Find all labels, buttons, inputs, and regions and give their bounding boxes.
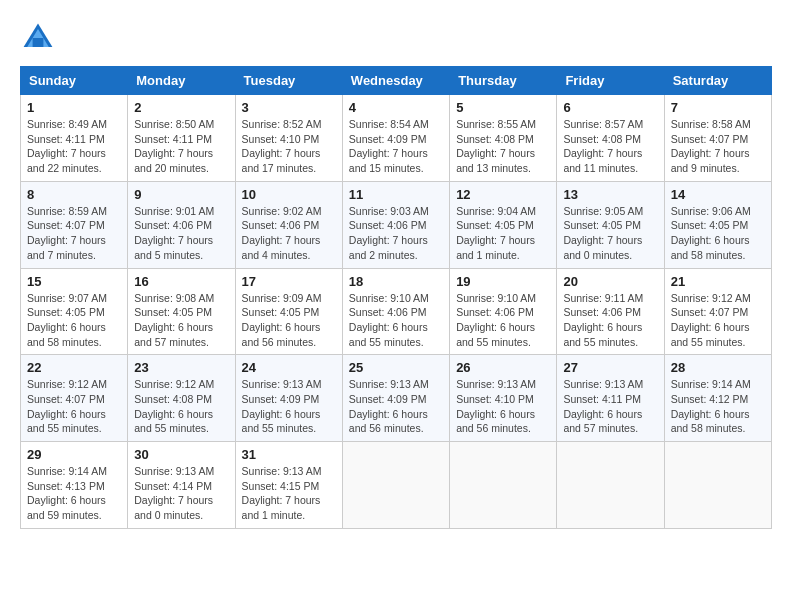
day-number: 9 bbox=[134, 187, 228, 202]
day-info: Sunrise: 8:59 AM Sunset: 4:07 PM Dayligh… bbox=[27, 204, 121, 263]
day-number: 12 bbox=[456, 187, 550, 202]
day-info: Sunrise: 9:07 AM Sunset: 4:05 PM Dayligh… bbox=[27, 291, 121, 350]
day-info: Sunrise: 8:55 AM Sunset: 4:08 PM Dayligh… bbox=[456, 117, 550, 176]
calendar-cell: 20Sunrise: 9:11 AM Sunset: 4:06 PM Dayli… bbox=[557, 268, 664, 355]
calendar-cell: 12Sunrise: 9:04 AM Sunset: 4:05 PM Dayli… bbox=[450, 181, 557, 268]
day-info: Sunrise: 9:13 AM Sunset: 4:09 PM Dayligh… bbox=[349, 377, 443, 436]
day-info: Sunrise: 8:52 AM Sunset: 4:10 PM Dayligh… bbox=[242, 117, 336, 176]
day-number: 21 bbox=[671, 274, 765, 289]
calendar-cell: 10Sunrise: 9:02 AM Sunset: 4:06 PM Dayli… bbox=[235, 181, 342, 268]
calendar-cell: 18Sunrise: 9:10 AM Sunset: 4:06 PM Dayli… bbox=[342, 268, 449, 355]
calendar-cell bbox=[450, 442, 557, 529]
calendar-cell: 9Sunrise: 9:01 AM Sunset: 4:06 PM Daylig… bbox=[128, 181, 235, 268]
calendar-cell: 5Sunrise: 8:55 AM Sunset: 4:08 PM Daylig… bbox=[450, 95, 557, 182]
day-number: 6 bbox=[563, 100, 657, 115]
calendar-cell: 7Sunrise: 8:58 AM Sunset: 4:07 PM Daylig… bbox=[664, 95, 771, 182]
day-number: 5 bbox=[456, 100, 550, 115]
day-info: Sunrise: 9:13 AM Sunset: 4:09 PM Dayligh… bbox=[242, 377, 336, 436]
calendar-cell: 6Sunrise: 8:57 AM Sunset: 4:08 PM Daylig… bbox=[557, 95, 664, 182]
svg-rect-2 bbox=[33, 38, 44, 47]
day-info: Sunrise: 8:49 AM Sunset: 4:11 PM Dayligh… bbox=[27, 117, 121, 176]
day-number: 23 bbox=[134, 360, 228, 375]
calendar-cell: 13Sunrise: 9:05 AM Sunset: 4:05 PM Dayli… bbox=[557, 181, 664, 268]
calendar-cell: 14Sunrise: 9:06 AM Sunset: 4:05 PM Dayli… bbox=[664, 181, 771, 268]
weekday-header-tuesday: Tuesday bbox=[235, 67, 342, 95]
logo bbox=[20, 20, 62, 56]
calendar-week-row: 8Sunrise: 8:59 AM Sunset: 4:07 PM Daylig… bbox=[21, 181, 772, 268]
day-number: 25 bbox=[349, 360, 443, 375]
calendar-header-row: SundayMondayTuesdayWednesdayThursdayFrid… bbox=[21, 67, 772, 95]
calendar-week-row: 22Sunrise: 9:12 AM Sunset: 4:07 PM Dayli… bbox=[21, 355, 772, 442]
day-info: Sunrise: 9:01 AM Sunset: 4:06 PM Dayligh… bbox=[134, 204, 228, 263]
calendar-cell: 8Sunrise: 8:59 AM Sunset: 4:07 PM Daylig… bbox=[21, 181, 128, 268]
calendar-cell: 21Sunrise: 9:12 AM Sunset: 4:07 PM Dayli… bbox=[664, 268, 771, 355]
day-info: Sunrise: 9:12 AM Sunset: 4:08 PM Dayligh… bbox=[134, 377, 228, 436]
calendar-cell: 16Sunrise: 9:08 AM Sunset: 4:05 PM Dayli… bbox=[128, 268, 235, 355]
day-info: Sunrise: 9:14 AM Sunset: 4:12 PM Dayligh… bbox=[671, 377, 765, 436]
calendar-cell: 2Sunrise: 8:50 AM Sunset: 4:11 PM Daylig… bbox=[128, 95, 235, 182]
day-info: Sunrise: 9:04 AM Sunset: 4:05 PM Dayligh… bbox=[456, 204, 550, 263]
logo-icon bbox=[20, 20, 56, 56]
calendar-cell: 11Sunrise: 9:03 AM Sunset: 4:06 PM Dayli… bbox=[342, 181, 449, 268]
calendar-cell: 28Sunrise: 9:14 AM Sunset: 4:12 PM Dayli… bbox=[664, 355, 771, 442]
day-number: 1 bbox=[27, 100, 121, 115]
day-info: Sunrise: 9:10 AM Sunset: 4:06 PM Dayligh… bbox=[456, 291, 550, 350]
day-number: 30 bbox=[134, 447, 228, 462]
day-number: 3 bbox=[242, 100, 336, 115]
day-info: Sunrise: 9:11 AM Sunset: 4:06 PM Dayligh… bbox=[563, 291, 657, 350]
day-info: Sunrise: 9:06 AM Sunset: 4:05 PM Dayligh… bbox=[671, 204, 765, 263]
calendar-cell: 29Sunrise: 9:14 AM Sunset: 4:13 PM Dayli… bbox=[21, 442, 128, 529]
day-info: Sunrise: 9:13 AM Sunset: 4:15 PM Dayligh… bbox=[242, 464, 336, 523]
calendar-cell: 25Sunrise: 9:13 AM Sunset: 4:09 PM Dayli… bbox=[342, 355, 449, 442]
day-number: 18 bbox=[349, 274, 443, 289]
day-number: 27 bbox=[563, 360, 657, 375]
calendar-cell: 31Sunrise: 9:13 AM Sunset: 4:15 PM Dayli… bbox=[235, 442, 342, 529]
calendar-week-row: 1Sunrise: 8:49 AM Sunset: 4:11 PM Daylig… bbox=[21, 95, 772, 182]
day-number: 26 bbox=[456, 360, 550, 375]
day-info: Sunrise: 8:57 AM Sunset: 4:08 PM Dayligh… bbox=[563, 117, 657, 176]
day-number: 2 bbox=[134, 100, 228, 115]
day-number: 13 bbox=[563, 187, 657, 202]
day-number: 4 bbox=[349, 100, 443, 115]
day-number: 20 bbox=[563, 274, 657, 289]
calendar-cell: 4Sunrise: 8:54 AM Sunset: 4:09 PM Daylig… bbox=[342, 95, 449, 182]
calendar-week-row: 29Sunrise: 9:14 AM Sunset: 4:13 PM Dayli… bbox=[21, 442, 772, 529]
calendar-cell: 27Sunrise: 9:13 AM Sunset: 4:11 PM Dayli… bbox=[557, 355, 664, 442]
day-number: 22 bbox=[27, 360, 121, 375]
day-number: 28 bbox=[671, 360, 765, 375]
calendar-week-row: 15Sunrise: 9:07 AM Sunset: 4:05 PM Dayli… bbox=[21, 268, 772, 355]
day-number: 31 bbox=[242, 447, 336, 462]
calendar-cell: 17Sunrise: 9:09 AM Sunset: 4:05 PM Dayli… bbox=[235, 268, 342, 355]
weekday-header-wednesday: Wednesday bbox=[342, 67, 449, 95]
day-number: 19 bbox=[456, 274, 550, 289]
day-info: Sunrise: 8:58 AM Sunset: 4:07 PM Dayligh… bbox=[671, 117, 765, 176]
day-info: Sunrise: 9:10 AM Sunset: 4:06 PM Dayligh… bbox=[349, 291, 443, 350]
calendar-table: SundayMondayTuesdayWednesdayThursdayFrid… bbox=[20, 66, 772, 529]
day-info: Sunrise: 9:12 AM Sunset: 4:07 PM Dayligh… bbox=[27, 377, 121, 436]
day-number: 29 bbox=[27, 447, 121, 462]
day-number: 17 bbox=[242, 274, 336, 289]
day-number: 15 bbox=[27, 274, 121, 289]
day-info: Sunrise: 9:12 AM Sunset: 4:07 PM Dayligh… bbox=[671, 291, 765, 350]
calendar-cell bbox=[664, 442, 771, 529]
day-number: 14 bbox=[671, 187, 765, 202]
day-number: 8 bbox=[27, 187, 121, 202]
calendar-cell bbox=[342, 442, 449, 529]
calendar-cell: 1Sunrise: 8:49 AM Sunset: 4:11 PM Daylig… bbox=[21, 95, 128, 182]
day-info: Sunrise: 8:50 AM Sunset: 4:11 PM Dayligh… bbox=[134, 117, 228, 176]
calendar-cell: 24Sunrise: 9:13 AM Sunset: 4:09 PM Dayli… bbox=[235, 355, 342, 442]
calendar-cell: 30Sunrise: 9:13 AM Sunset: 4:14 PM Dayli… bbox=[128, 442, 235, 529]
day-number: 10 bbox=[242, 187, 336, 202]
weekday-header-friday: Friday bbox=[557, 67, 664, 95]
day-info: Sunrise: 9:05 AM Sunset: 4:05 PM Dayligh… bbox=[563, 204, 657, 263]
calendar-cell: 22Sunrise: 9:12 AM Sunset: 4:07 PM Dayli… bbox=[21, 355, 128, 442]
day-info: Sunrise: 9:14 AM Sunset: 4:13 PM Dayligh… bbox=[27, 464, 121, 523]
day-number: 11 bbox=[349, 187, 443, 202]
calendar-cell: 15Sunrise: 9:07 AM Sunset: 4:05 PM Dayli… bbox=[21, 268, 128, 355]
page-header bbox=[20, 20, 772, 56]
day-info: Sunrise: 9:02 AM Sunset: 4:06 PM Dayligh… bbox=[242, 204, 336, 263]
day-info: Sunrise: 9:13 AM Sunset: 4:14 PM Dayligh… bbox=[134, 464, 228, 523]
day-number: 24 bbox=[242, 360, 336, 375]
calendar-cell: 3Sunrise: 8:52 AM Sunset: 4:10 PM Daylig… bbox=[235, 95, 342, 182]
calendar-cell bbox=[557, 442, 664, 529]
